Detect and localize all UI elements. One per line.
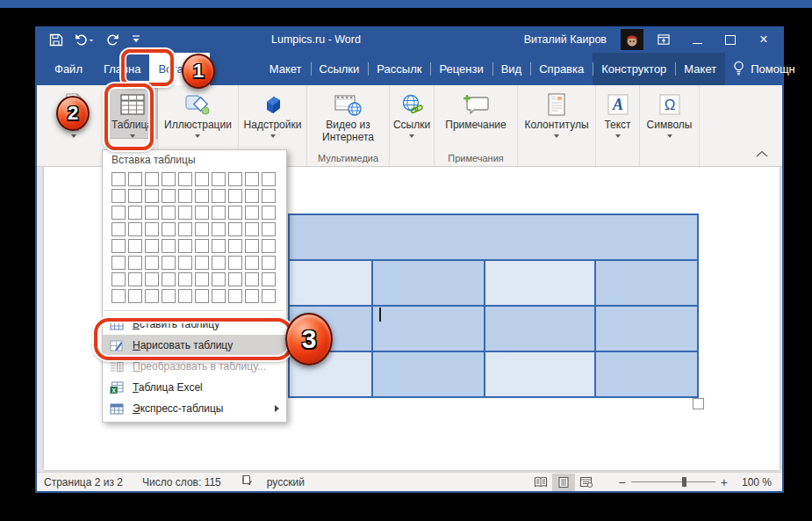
tell-me-assistant[interactable]: Помощн bbox=[725, 53, 803, 85]
tab-mailings[interactable]: Рассылк bbox=[368, 53, 430, 85]
grid-cell[interactable] bbox=[262, 239, 276, 253]
grid-cell[interactable] bbox=[145, 256, 159, 270]
grid-cell[interactable] bbox=[262, 206, 276, 220]
grid-cell[interactable] bbox=[128, 289, 142, 303]
table-resize-handle[interactable] bbox=[693, 398, 704, 409]
grid-cell[interactable] bbox=[212, 222, 226, 236]
grid-cell[interactable] bbox=[178, 206, 192, 220]
maximize-button[interactable] bbox=[724, 33, 737, 46]
table-cell[interactable] bbox=[596, 307, 697, 351]
grid-cell[interactable] bbox=[145, 289, 159, 303]
comment-button[interactable]: Примечание bbox=[441, 88, 510, 131]
grid-cell[interactable] bbox=[228, 222, 242, 236]
grid-cell[interactable] bbox=[195, 256, 209, 270]
grid-cell[interactable] bbox=[178, 239, 192, 253]
grid-cell[interactable] bbox=[178, 256, 192, 270]
table-cell[interactable] bbox=[373, 307, 484, 351]
close-button[interactable]: × bbox=[758, 33, 770, 46]
table-cell[interactable] bbox=[485, 307, 593, 351]
links-button[interactable]: Ссылки bbox=[390, 88, 434, 138]
grid-cell[interactable] bbox=[128, 206, 142, 220]
grid-cell[interactable] bbox=[128, 222, 142, 236]
grid-cell[interactable] bbox=[145, 272, 159, 286]
grid-cell[interactable] bbox=[178, 222, 192, 236]
grid-cell[interactable] bbox=[228, 272, 242, 286]
zoom-in-button[interactable]: + bbox=[715, 475, 733, 489]
zoom-slider-thumb[interactable] bbox=[682, 477, 686, 487]
table-cell[interactable] bbox=[290, 215, 697, 259]
grid-cell[interactable] bbox=[245, 256, 259, 270]
grid-cell[interactable] bbox=[111, 189, 126, 203]
tab-review[interactable]: Рецензи bbox=[430, 53, 492, 85]
zoom-out-button[interactable]: − bbox=[614, 475, 631, 489]
undo-button[interactable] bbox=[75, 33, 94, 46]
zoom-slider[interactable] bbox=[631, 481, 715, 482]
grid-cell[interactable] bbox=[262, 289, 276, 303]
grid-cell[interactable] bbox=[178, 189, 192, 203]
grid-cell[interactable] bbox=[212, 239, 226, 253]
grid-cell[interactable] bbox=[212, 256, 226, 270]
grid-cell[interactable] bbox=[245, 289, 259, 303]
menu-item-excel-table[interactable]: X Таблица Excel bbox=[103, 377, 286, 398]
tab-references[interactable]: Ссылки bbox=[311, 53, 369, 85]
grid-cell[interactable] bbox=[145, 172, 159, 186]
text-button[interactable]: A Текст bbox=[596, 88, 640, 138]
grid-cell[interactable] bbox=[111, 172, 126, 186]
zoom-level[interactable]: 100 % bbox=[742, 476, 772, 488]
grid-cell[interactable] bbox=[145, 189, 159, 203]
web-layout-button[interactable] bbox=[575, 474, 598, 491]
grid-cell[interactable] bbox=[262, 272, 276, 286]
grid-cell[interactable] bbox=[145, 206, 159, 220]
online-video-button[interactable]: Видео из Интернета bbox=[318, 88, 378, 143]
ribbon-display-options-button[interactable] bbox=[658, 33, 670, 46]
tab-layout[interactable]: Макет bbox=[261, 53, 311, 85]
grid-cell[interactable] bbox=[162, 239, 176, 253]
grid-cell[interactable] bbox=[262, 256, 276, 270]
page-indicator[interactable]: Страница 2 из 2 bbox=[44, 476, 123, 488]
minimize-button[interactable] bbox=[691, 33, 703, 46]
addins-button[interactable]: Надстройки bbox=[240, 88, 306, 138]
grid-cell[interactable] bbox=[212, 289, 226, 303]
grid-cell[interactable] bbox=[228, 256, 242, 270]
grid-cell[interactable] bbox=[228, 289, 242, 303]
grid-cell[interactable] bbox=[162, 189, 176, 203]
grid-cell[interactable] bbox=[245, 189, 259, 203]
grid-cell[interactable] bbox=[228, 189, 242, 203]
grid-cell[interactable] bbox=[195, 172, 209, 186]
grid-cell[interactable] bbox=[212, 172, 226, 186]
grid-cell[interactable] bbox=[245, 206, 259, 220]
save-button[interactable] bbox=[49, 33, 63, 47]
grid-cell[interactable] bbox=[128, 256, 142, 270]
word-count[interactable]: Число слов: 115 bbox=[142, 476, 221, 488]
proofing-status-icon[interactable] bbox=[241, 474, 253, 489]
table-cell[interactable] bbox=[373, 352, 484, 396]
grid-cell[interactable] bbox=[178, 172, 192, 186]
grid-cell[interactable] bbox=[195, 189, 209, 203]
table-cell[interactable] bbox=[290, 261, 371, 305]
grid-cell[interactable] bbox=[145, 222, 159, 236]
customize-qat-button[interactable] bbox=[131, 35, 141, 44]
grid-cell[interactable] bbox=[245, 272, 259, 286]
tab-view[interactable]: Вид bbox=[492, 53, 531, 85]
grid-cell[interactable] bbox=[262, 189, 276, 203]
grid-cell[interactable] bbox=[162, 172, 176, 186]
grid-cell[interactable] bbox=[162, 272, 176, 286]
header-footer-button[interactable]: Колонтитулы bbox=[520, 88, 593, 138]
table-cell[interactable] bbox=[373, 261, 484, 305]
redo-button[interactable] bbox=[105, 33, 119, 46]
grid-cell[interactable] bbox=[212, 206, 226, 220]
grid-cell[interactable] bbox=[111, 256, 126, 270]
grid-cell[interactable] bbox=[262, 172, 276, 186]
grid-cell[interactable] bbox=[195, 289, 209, 303]
grid-cell[interactable] bbox=[195, 206, 209, 220]
menu-item-quick-tables[interactable]: Экспресс-таблицы bbox=[103, 398, 286, 419]
grid-cell[interactable] bbox=[111, 289, 126, 303]
table-cell[interactable] bbox=[596, 261, 697, 305]
grid-cell[interactable] bbox=[245, 239, 259, 253]
grid-cell[interactable] bbox=[228, 206, 242, 220]
grid-cell[interactable] bbox=[111, 239, 126, 253]
grid-cell[interactable] bbox=[245, 172, 259, 186]
grid-cell[interactable] bbox=[195, 272, 209, 286]
grid-cell[interactable] bbox=[228, 239, 242, 253]
read-mode-button[interactable] bbox=[529, 474, 552, 491]
